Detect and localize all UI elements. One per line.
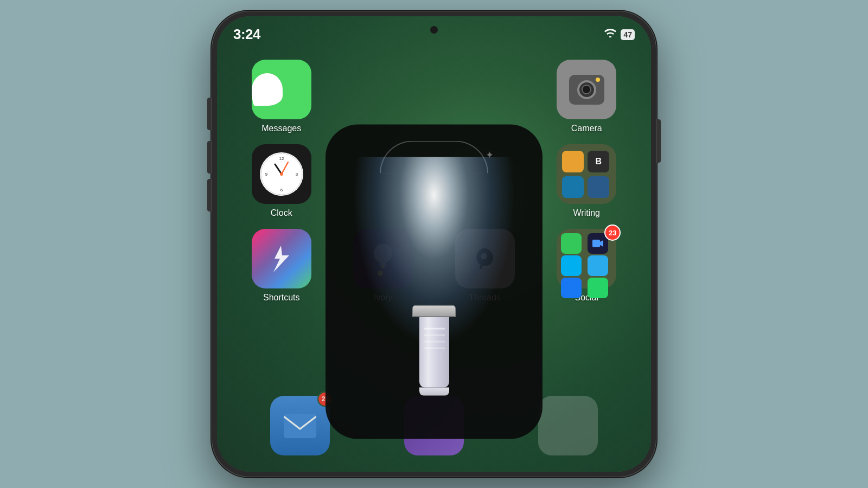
camera-lens: [577, 80, 596, 99]
writing-icon[interactable]: B: [557, 144, 616, 204]
svg-text:3: 3: [296, 172, 298, 177]
app-item-messages[interactable]: Messages: [233, 60, 330, 133]
svg-rect-12: [284, 414, 316, 438]
writing-label: Writing: [573, 208, 601, 218]
app-item-empty1: [335, 60, 432, 133]
svg-point-0: [609, 36, 611, 37]
writing-mini-3: [562, 176, 584, 198]
status-icons: 47: [604, 29, 635, 40]
flashlight-body: [412, 305, 456, 396]
camera-inner-lens: [582, 85, 591, 94]
phone-screen: 3:24 47: [217, 16, 651, 472]
bottom3-icon[interactable]: [538, 396, 598, 455]
social-mini-whatsapp: [588, 278, 608, 298]
svg-rect-10: [592, 240, 600, 247]
social-mini-skype: [561, 255, 582, 276]
flashlight-arc: [380, 141, 488, 174]
messages-label: Messages: [261, 124, 301, 133]
shortcuts-label: Shortcuts: [263, 293, 300, 303]
camera-dot: [596, 78, 600, 82]
app-item-clock[interactable]: 12 3 6 9: [233, 144, 330, 218]
app-item-camera[interactable]: Camera: [539, 60, 635, 133]
app-item-shortcuts[interactable]: Shortcuts: [233, 229, 330, 303]
clock-icon[interactable]: 12 3 6 9: [252, 144, 311, 204]
svg-text:12: 12: [279, 156, 284, 161]
social-mini-facebook: [561, 278, 582, 298]
wifi-icon: [604, 29, 616, 40]
mail-icon[interactable]: 21: [270, 396, 330, 455]
phone-frame: 3:24 47: [212, 11, 656, 477]
social-icon[interactable]: 23: [557, 229, 616, 288]
writing-mini-4: [588, 176, 609, 198]
app-item-mail[interactable]: 21: [270, 396, 330, 455]
flashlight-head: [412, 305, 456, 317]
writing-mini-1: [562, 151, 584, 172]
camera-label: Camera: [571, 124, 602, 133]
flashlight-grip: [419, 317, 449, 388]
app-item-empty2: [437, 60, 533, 133]
messages-bubble: [252, 73, 283, 106]
battery-indicator: 47: [621, 29, 635, 40]
app-item-social[interactable]: 23 Social: [539, 229, 635, 303]
front-camera: [430, 26, 438, 34]
flashlight-overlay[interactable]: ✦: [326, 125, 542, 439]
app-item-writing[interactable]: B Writing: [539, 144, 635, 218]
svg-marker-11: [600, 240, 603, 247]
flashlight-bottom: [419, 388, 449, 396]
battery-level: 47: [623, 30, 632, 39]
svg-text:6: 6: [280, 188, 283, 192]
camera-body: [569, 75, 604, 105]
writing-mini-2: B: [588, 151, 609, 172]
clock-face: 12 3 6 9: [260, 152, 303, 196]
camera-icon[interactable]: [557, 60, 616, 119]
clock-label: Clock: [271, 208, 292, 218]
brightness-indicator: ✦: [486, 149, 494, 161]
shortcuts-icon[interactable]: [252, 229, 311, 288]
svg-point-8: [280, 172, 283, 176]
social-mini-phone: [561, 233, 582, 254]
messages-icon[interactable]: [252, 60, 311, 119]
svg-text:9: 9: [265, 172, 268, 177]
social-badge: 23: [604, 224, 621, 241]
status-time: 3:24: [233, 26, 260, 43]
social-mini-telegram: [588, 255, 608, 276]
app-item-bottom3[interactable]: [538, 396, 598, 455]
